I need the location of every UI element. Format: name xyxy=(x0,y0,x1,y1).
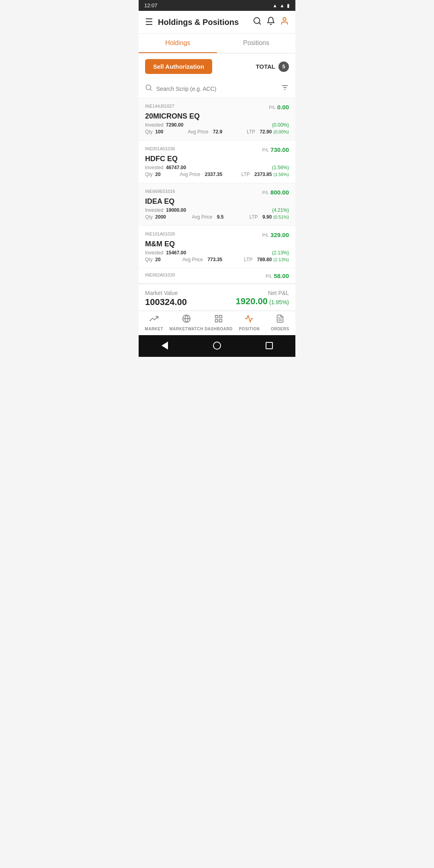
holding-item-idea[interactable]: INE669E01016 P/L 800.00 IDEA EQ Invested… xyxy=(139,183,295,226)
isin-idea: INE669E01016 xyxy=(145,189,175,194)
search-input[interactable] xyxy=(156,86,277,92)
tabs-bar: Holdings Positions xyxy=(139,34,295,53)
marketwatch-label: MARKETWATCH xyxy=(169,327,203,331)
profile-icon[interactable] xyxy=(280,16,289,28)
holdings-list: INE144J01027 P/L 0.00 20MICRONS EQ Inves… xyxy=(139,98,295,284)
market-value-label: Market Value xyxy=(145,290,187,296)
nav-orders[interactable]: ORDERS xyxy=(265,314,295,331)
holding-item-hdfc[interactable]: INE001A01036 P/L 730.00 HDFC EQ Invested… xyxy=(139,141,295,183)
page-title: Holdings & Positions xyxy=(158,18,248,27)
market-icon xyxy=(149,314,158,325)
content-area: Sell Authorization TOTAL 5 INE144J01027 … xyxy=(139,53,295,311)
name-hdfc: HDFC EQ xyxy=(145,155,289,163)
holding-item-partial[interactable]: INE062A01020 P/L 58.00 xyxy=(139,268,295,284)
nav-market[interactable]: MARKET xyxy=(139,314,169,331)
bell-icon[interactable] xyxy=(266,16,275,28)
menu-icon[interactable]: ☰ xyxy=(145,17,153,27)
dashboard-label: DASHBOARD xyxy=(205,327,233,331)
position-icon xyxy=(245,314,254,325)
pl-20microns: P/L 0.00 xyxy=(269,104,289,111)
svg-rect-13 xyxy=(215,319,218,322)
wifi-icon: ▲ xyxy=(272,3,277,8)
market-label: MARKET xyxy=(145,327,163,331)
nav-marketwatch[interactable]: MARKETWATCH xyxy=(169,314,203,331)
marketwatch-icon xyxy=(182,314,191,325)
filter-icon[interactable] xyxy=(281,84,289,94)
tab-positions[interactable]: Positions xyxy=(217,34,295,53)
pl-value-hdfc: 730.00 xyxy=(270,146,289,153)
time: 12:07 xyxy=(144,2,158,8)
sell-authorization-button[interactable]: Sell Authorization xyxy=(145,59,212,74)
search-icon[interactable] xyxy=(253,16,262,28)
svg-rect-10 xyxy=(215,315,218,318)
header: ☰ Holdings & Positions xyxy=(139,11,295,34)
position-label: POSITION xyxy=(239,327,260,331)
total-badge: TOTAL 5 xyxy=(256,61,289,72)
home-button[interactable] xyxy=(211,340,223,351)
signal-icon: ▲ xyxy=(280,3,285,8)
orders-label: ORDERS xyxy=(271,327,289,331)
nav-dashboard[interactable]: DASHBOARD xyxy=(203,314,234,331)
svg-line-1 xyxy=(259,23,260,24)
net-pl-pct: (1.95%) xyxy=(269,299,289,305)
pl-value-partial: 58.00 xyxy=(274,272,289,279)
search-row xyxy=(139,80,295,98)
recents-button[interactable] xyxy=(264,340,275,351)
status-icons: ▲ ▲ ▮ xyxy=(272,3,290,8)
isin-mnm: INE101A01026 xyxy=(145,231,175,236)
status-bar: 12:07 ▲ ▲ ▮ xyxy=(139,0,295,11)
orders-icon xyxy=(276,314,285,325)
net-pl-label: Net P&L xyxy=(236,290,289,296)
isin-20microns: INE144J01027 xyxy=(145,104,174,108)
name-20microns: 20MICRONS EQ xyxy=(145,112,289,121)
back-button[interactable] xyxy=(159,340,170,351)
pl-value-idea: 800.00 xyxy=(270,189,289,196)
android-nav-bar xyxy=(139,335,295,357)
dashboard-icon xyxy=(214,314,223,325)
svg-rect-11 xyxy=(219,315,222,318)
isin-partial: INE062A01020 xyxy=(145,272,175,277)
holding-item-mnm[interactable]: INE101A01026 P/L 329.00 M&M EQ Invested … xyxy=(139,226,295,268)
name-idea: IDEA EQ xyxy=(145,197,289,206)
svg-rect-12 xyxy=(219,319,222,322)
isin-hdfc: INE001A01036 xyxy=(145,146,175,151)
action-row: Sell Authorization TOTAL 5 xyxy=(139,53,295,80)
total-label: TOTAL xyxy=(256,63,275,70)
pl-pct-20microns: (0.00%) xyxy=(272,122,289,128)
tab-holdings[interactable]: Holdings xyxy=(139,34,217,53)
market-value: 100324.00 xyxy=(145,297,187,307)
total-count: 5 xyxy=(278,61,289,72)
nav-position[interactable]: POSITION xyxy=(234,314,264,331)
net-pl-value: 1920.00 xyxy=(236,296,268,306)
bottom-nav: MARKET MARKETWATCH DASHBOARD POSITION OR… xyxy=(139,311,295,335)
name-mnm: M&M EQ xyxy=(145,240,289,248)
search-field-icon xyxy=(145,84,152,93)
pl-value-mnm: 329.00 xyxy=(270,231,289,238)
svg-line-4 xyxy=(150,89,151,90)
battery-icon: ▮ xyxy=(287,3,290,8)
pl-value-20microns: 0.00 xyxy=(277,104,289,111)
summary-footer: Market Value 100324.00 Net P&L 1920.00 (… xyxy=(139,284,295,311)
holding-item-20microns[interactable]: INE144J01027 P/L 0.00 20MICRONS EQ Inves… xyxy=(139,98,295,141)
svg-point-2 xyxy=(283,18,286,20)
